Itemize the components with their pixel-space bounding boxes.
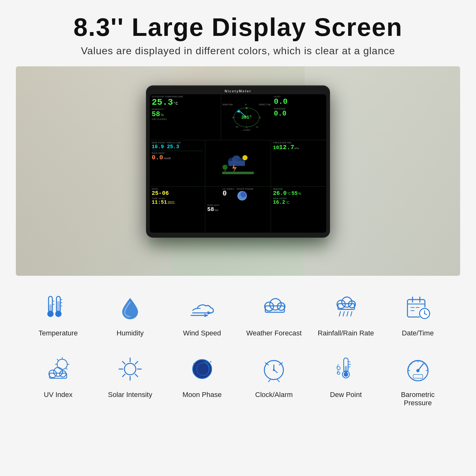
datetime-cell: DATE 25-06 TIME SYNC 11:51 2021 (150, 187, 205, 233)
humidity-value: 58 (152, 111, 160, 118)
svg-point-9 (242, 155, 248, 160)
svg-point-101 (416, 369, 420, 372)
time-year: 2021 (168, 201, 175, 204)
device-reflection (149, 238, 327, 257)
features-row-2: UV Index Solar Intensity (22, 353, 454, 407)
screen-row-2: DEW POINT 16.9 FEELS LIKE 25.3 RAIN RATE (150, 140, 326, 186)
solar-intensity-icon (114, 353, 146, 385)
gust-cell: GUST 0.0 AVERAGE 0.0 (272, 94, 326, 140)
wind-speed-label: Wind Speed (183, 329, 221, 337)
device-brand: NicetyMeter (150, 89, 326, 93)
svg-line-38 (347, 312, 348, 316)
weather-icons-cell (205, 140, 271, 186)
compass-circle: 301° N S W E SW SE (232, 106, 261, 129)
humidity-icon (114, 292, 146, 323)
date-value: 25-06 (152, 190, 203, 196)
clock-alarm-label: Clock/Alarm (255, 391, 293, 399)
svg-line-39 (351, 312, 352, 316)
temperature-label: Temperature (39, 329, 78, 337)
pressure-value2: 12.7 (279, 144, 294, 151)
pressure-cell: PRESSURE REL 10 12.7 hPa (271, 140, 326, 186)
svg-line-36 (339, 312, 340, 316)
svg-point-92 (337, 367, 340, 370)
svg-point-75 (193, 373, 194, 374)
indoor-cell: INDOOR 26.0 °C 55 % DEW POINT 16.2 °C (271, 187, 326, 233)
uv-index-label: UV Index (44, 391, 73, 399)
svg-line-70 (135, 361, 138, 364)
sunlight-value: 58 (207, 207, 214, 212)
svg-rect-11 (222, 172, 254, 174)
uv-moon-cell: UV INDEX 0 MOON PHASE (205, 187, 271, 233)
weather-forecast-icon (222, 152, 254, 174)
humidity-label: Humidity (116, 329, 144, 337)
weather-station-device: NicetyMeter OUTDOOR TEMPERATURE 25.3°C H… (146, 85, 330, 238)
svg-point-13 (222, 165, 228, 170)
clock-alarm-icon (258, 353, 290, 385)
subtitle: Values are displayed in different colors… (73, 45, 402, 57)
humidity-label: HUMIDITY (152, 108, 219, 111)
svg-line-83 (268, 380, 270, 382)
rainfall-label: Rainfall/Rain Rate (318, 329, 374, 337)
gust-value: 0.0 (274, 98, 324, 106)
wind-compass-cell: WIND NW N DIRECT NE (221, 94, 272, 140)
svg-point-28 (265, 302, 274, 311)
feature-moon-phase: Moon Phase (170, 353, 234, 407)
weather-forecast-icon (258, 292, 290, 323)
indoor-dew-value: 16.2 (273, 200, 285, 205)
svg-line-58 (66, 368, 67, 369)
uv-value: 0 (222, 190, 234, 197)
average-value: 0.0 (274, 110, 324, 117)
svg-point-60 (54, 367, 63, 376)
svg-point-73 (193, 363, 195, 365)
svg-line-68 (122, 361, 125, 364)
svg-point-63 (124, 363, 136, 375)
outdoor-temp-cell: OUTDOOR TEMPERATURE 25.3°C HUMIDITY 58 %… (150, 94, 221, 140)
feature-barometric-pressure: Barometric Pressure (386, 353, 450, 407)
svg-point-93 (337, 372, 340, 374)
barometric-pressure-icon (402, 353, 434, 385)
svg-point-29 (270, 299, 281, 310)
feature-temperature: Temperature (26, 292, 90, 337)
svg-point-24 (55, 311, 62, 317)
svg-point-88 (344, 372, 348, 377)
svg-line-84 (277, 380, 279, 382)
svg-point-51 (424, 313, 425, 314)
moon-icon (237, 190, 248, 202)
feature-weather-forecast: Weather Forecast (242, 292, 306, 337)
uv-index-icon (42, 353, 74, 385)
feature-solar-intensity: Solar Intensity (98, 353, 162, 407)
device-screen: OUTDOOR TEMPERATURE 25.3°C HUMIDITY 58 %… (150, 94, 326, 233)
features-row-1: Temperature Humidity (22, 292, 454, 337)
datetime-label: Date/Time (402, 329, 434, 337)
feature-uv-index: UV Index (26, 353, 90, 407)
feature-clock-alarm: Clock/Alarm (242, 353, 306, 407)
screen-row-1: OUTDOOR TEMPERATURE 25.3°C HUMIDITY 58 %… (150, 94, 326, 140)
rain-value: 0.0 (152, 155, 163, 161)
dew-point-icon (330, 353, 362, 385)
temperature-icon (42, 292, 74, 323)
main-title: 8.3'' Large Display Screen (73, 13, 402, 42)
feature-humidity: Humidity (98, 292, 162, 337)
svg-point-74 (210, 361, 211, 362)
svg-line-57 (57, 359, 58, 360)
svg-point-59 (49, 370, 56, 378)
time-value: 11:51 (152, 200, 167, 205)
svg-rect-8 (228, 161, 245, 166)
moon-phase-label: Moon Phase (182, 391, 222, 399)
feature-wind-speed: Wind Speed (170, 292, 234, 337)
room-background: NicetyMeter OUTDOOR TEMPERATURE 25.3°C H… (16, 66, 460, 276)
page-header: 8.3'' Large Display Screen Values are di… (67, 0, 409, 60)
svg-point-80 (273, 369, 275, 371)
wind-speed-icon (186, 292, 218, 323)
datetime-icon (402, 292, 434, 323)
feature-datetime: Date/Time (386, 292, 450, 337)
svg-point-33 (342, 297, 352, 307)
dew-rain-cell: DEW POINT 16.9 FEELS LIKE 25.3 RAIN RATE (150, 140, 205, 186)
dew-point-value: 16.9 (152, 144, 166, 149)
svg-line-69 (135, 374, 138, 377)
indoor-humidity: 55 (292, 191, 298, 196)
feels-like-value: 25.3 (167, 144, 181, 149)
solar-intensity-label: Solar Intensity (108, 391, 152, 399)
compass-value: 301° (241, 115, 252, 120)
weather-forecast-label: Weather Forecast (246, 329, 301, 337)
